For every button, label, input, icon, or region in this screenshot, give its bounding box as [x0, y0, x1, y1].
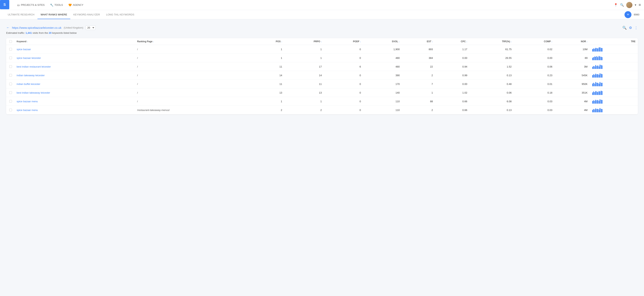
select-all-header[interactable] — [6, 38, 14, 45]
comp-sort[interactable]: COMP — [544, 40, 552, 43]
row-prpo: 17 — [284, 62, 324, 71]
tab-keyword-analyzer[interactable]: KEYWORD ANALYZER — [70, 10, 103, 19]
row-checkbox[interactable] — [9, 65, 12, 68]
row-ranking-page: / — [135, 80, 250, 88]
th-keyword[interactable]: Keyword — [14, 38, 135, 45]
row-checkbox[interactable] — [9, 56, 12, 59]
row-checkbox[interactable] — [9, 100, 12, 103]
nav-projects[interactable]: 🗂 PROJECTS & SITES — [15, 2, 47, 8]
url-search-icon[interactable]: 🔍 — [622, 26, 626, 30]
row-keyword[interactable]: indian buffet leicester — [14, 80, 135, 88]
svol-sort[interactable]: SVOL — [392, 40, 400, 43]
hamburger-icon[interactable]: ≡ — [638, 3, 641, 7]
th-est[interactable]: EST — [402, 38, 435, 45]
search-icon[interactable]: 🔍 — [620, 3, 624, 7]
row-checkbox[interactable] — [9, 91, 12, 94]
row-checkbox[interactable] — [9, 83, 12, 85]
keyword-link[interactable]: spice bazaar leicester — [16, 56, 41, 59]
url-settings-icon[interactable]: ⚙ — [629, 26, 632, 30]
th-ranking-page[interactable]: Ranking Page — [135, 38, 250, 45]
th-trf[interactable]: TRF(%) — [470, 38, 514, 45]
row-prpo: 13 — [284, 88, 324, 97]
th-prpo[interactable]: PRPO — [284, 38, 324, 45]
est-sort[interactable]: EST — [427, 40, 433, 43]
row-ranking-page: / — [135, 45, 250, 54]
row-checkbox-cell[interactable] — [6, 45, 14, 54]
row-podf: 0 — [324, 71, 363, 80]
tab-long-tail-keywords[interactable]: LONG TAIL KEYWORDS — [103, 10, 137, 19]
row-trf: 26.55 — [470, 54, 514, 62]
row-checkbox-cell[interactable] — [6, 54, 14, 62]
row-keyword[interactable]: spice bazaar menu — [14, 97, 135, 106]
tab-what-ranks-where[interactable]: WHAT RANKS WHERE — [38, 10, 70, 19]
chevron-down-icon[interactable]: ▾ — [635, 3, 636, 7]
row-checkbox-cell[interactable] — [6, 62, 14, 71]
row-est: 88 — [402, 97, 435, 106]
count-select[interactable]: 20 10 50 100 — [86, 25, 96, 30]
ranking-page-sort[interactable]: Ranking Page — [137, 40, 154, 43]
add-button[interactable]: + — [624, 11, 632, 18]
pos-sort[interactable]: POS — [276, 40, 282, 43]
avatar[interactable] — [626, 2, 632, 8]
url-more-icon[interactable]: ⋮ — [634, 26, 638, 30]
select-all-checkbox[interactable] — [9, 40, 12, 43]
row-checkbox-cell[interactable] — [6, 97, 14, 106]
podf-sort[interactable]: PODF — [353, 40, 361, 43]
keyword-link[interactable]: indian takeaway leicester — [16, 74, 44, 77]
row-keyword[interactable]: spice bazaar — [14, 45, 135, 54]
app-logo[interactable]: S — [0, 0, 9, 9]
row-keyword[interactable]: best indian takeaway leicester — [14, 88, 135, 97]
row-checkbox-cell[interactable] — [6, 88, 14, 97]
row-checkbox-cell[interactable] — [6, 106, 14, 114]
row-checkbox[interactable] — [9, 74, 12, 77]
row-comp: 0.18 — [514, 88, 555, 97]
tab-bar: ULTIMATE RESEARCH WHAT RANKS WHERE KEYWO… — [0, 10, 644, 19]
th-svol[interactable]: SVOL — [363, 38, 402, 45]
cpc-sort[interactable]: CPC — [461, 40, 467, 43]
row-checkbox[interactable] — [9, 109, 12, 111]
agency-icon: 🧡 — [68, 3, 72, 6]
row-comp: 0.03 — [514, 97, 555, 106]
row-pos: 11 — [250, 80, 284, 88]
nav-tools[interactable]: 🔧 TOOLS — [48, 2, 65, 8]
th-cpc[interactable]: CPC — [435, 38, 470, 45]
row-keyword[interactable]: best indian restaurant leicester — [14, 62, 135, 71]
row-svol: 1,900 — [363, 45, 402, 54]
th-nor[interactable]: NOR — [555, 38, 590, 45]
nor-sort[interactable]: NOR — [581, 40, 588, 43]
keyword-link[interactable]: best indian restaurant leicester — [16, 65, 51, 68]
row-checkbox-cell[interactable] — [6, 80, 14, 88]
th-comp[interactable]: COMP — [514, 38, 555, 45]
nav-agency[interactable]: 🧡 AGENCY — [66, 2, 86, 8]
back-button[interactable]: ← — [6, 26, 10, 30]
keyword-link[interactable]: spice bazaar menu — [16, 109, 38, 111]
row-prpo: 11 — [284, 80, 324, 88]
th-pos[interactable]: POS — [250, 38, 284, 45]
keyword-sort[interactable]: Keyword — [16, 40, 28, 43]
row-checkbox-cell[interactable] — [6, 71, 14, 80]
th-podf[interactable]: PODF — [324, 38, 363, 45]
row-checkbox[interactable] — [9, 48, 12, 50]
row-pos: 1 — [250, 97, 284, 106]
row-keyword[interactable]: spice bazaar menu — [14, 106, 135, 114]
notification-icon[interactable]: 📍 — [614, 3, 618, 7]
row-podf: 0 — [324, 97, 363, 106]
row-pos: 1 — [250, 54, 284, 62]
keyword-link[interactable]: best indian takeaway leicester — [16, 91, 50, 94]
row-podf: 0 — [324, 106, 363, 114]
keyword-link[interactable]: spice bazaar menu — [16, 100, 38, 103]
keyword-link[interactable]: spice bazaar — [16, 48, 31, 51]
prpo-sort[interactable]: PRPO — [314, 40, 322, 43]
row-ranking-page: /restaurant-takeaway-menus/ — [135, 106, 250, 114]
site-url[interactable]: https://www.spicebazzarleicester.co.uk — [12, 26, 62, 29]
tab-ultimate-research[interactable]: ULTIMATE RESEARCH — [5, 10, 38, 19]
trf-sort[interactable]: TRF(%) — [502, 40, 512, 43]
nav-right: 📍 🔍 ▾ ≡ — [614, 2, 641, 8]
traffic-label: Estimated traffic: — [6, 31, 25, 34]
trend-chart — [592, 82, 603, 86]
keyword-link[interactable]: indian buffet leicester — [16, 83, 40, 85]
table-row: spice bazaar / 1 1 0 1,900 893 1.17 61.7… — [6, 45, 638, 54]
tab-right-actions: + 8980 — [624, 11, 639, 18]
row-keyword[interactable]: spice bazaar leicester — [14, 54, 135, 62]
row-keyword[interactable]: indian takeaway leicester — [14, 71, 135, 80]
